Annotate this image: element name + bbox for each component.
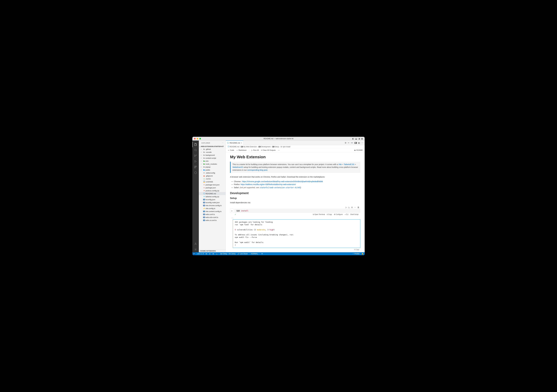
output-copy-button[interactable]: ⎘ Copy: [230, 248, 360, 251]
file-item[interactable]: ✦postcss.config.cjs: [199, 189, 226, 192]
file-item[interactable]: ⓘREADME.md: [199, 192, 226, 195]
link-vite[interactable]: Vite: [338, 163, 342, 165]
breadcrumb-h2[interactable]: M↓Development: [258, 146, 270, 148]
file-item[interactable]: TSwdio.ui.conf.ts: [199, 219, 226, 222]
link-firefox[interactable]: https://addons.mozilla.org/en-GB/firefox…: [241, 183, 296, 186]
sidebar-more-icon[interactable]: ⋯: [222, 142, 223, 144]
more-actions-icon[interactable]: ⋯: [361, 142, 363, 144]
layout-panel-icon[interactable]: ⬓: [355, 138, 357, 140]
tree-item-label: e2e: [205, 160, 208, 162]
tab-readme[interactable]: ⓘ README.md ×: [226, 140, 243, 145]
folder-item[interactable]: ›background: [199, 154, 226, 156]
add-code-button[interactable]: ＋Code: [228, 149, 234, 151]
file-icon: TS: [203, 217, 205, 218]
live-share-button[interactable]: 🔗 Live Share: [238, 253, 248, 255]
github-tab[interactable]: [192, 170, 199, 176]
file-item[interactable]: ◆.gitignore: [199, 174, 226, 177]
issue-link[interactable]: stateful/web-extension-starter-kit#1: [260, 187, 300, 188]
bug-icon[interactable]: ✂: [348, 142, 349, 144]
open-terminal-button[interactable]: ⧉ Open Terminal: [313, 213, 325, 215]
folder-item[interactable]: ›node_modules: [199, 163, 226, 165]
prettier-button[interactable]: ✓ Prettier: [352, 253, 360, 255]
file-item[interactable]: TSvite.chrome.config.ts: [199, 204, 226, 207]
link-blog[interactable]: corresponding blog post: [247, 169, 267, 171]
layout-sidebar-left-icon[interactable]: ◧: [352, 138, 354, 140]
sidebar-section-runme[interactable]: › RUNME NOTEBOOKS: [199, 249, 226, 252]
folder-item[interactable]: ›.github: [199, 148, 226, 151]
file-item[interactable]: ⚙.editorconfig: [199, 171, 226, 174]
output-ellipsis-icon[interactable]: ⋯: [230, 217, 360, 219]
file-item[interactable]: TSwdio.conf.ts: [199, 213, 226, 216]
source-control-tab[interactable]: [192, 153, 199, 159]
close-window-button[interactable]: [194, 138, 196, 139]
next-track-icon[interactable]: ⏭: [213, 253, 214, 255]
file-item[interactable]: npackage-lock.json: [199, 183, 226, 186]
link-icon[interactable]: 👓: [351, 142, 353, 144]
heading-h1: My Web Extension: [230, 155, 360, 159]
run-cell-button[interactable]: ▷: [230, 209, 234, 213]
minimize-window-button[interactable]: [197, 138, 198, 139]
play-pause-icon[interactable]: ⏯: [209, 253, 211, 255]
cell-language-label[interactable]: Shell Script: [350, 213, 359, 215]
delete-cell-icon[interactable]: 🗑: [357, 206, 359, 208]
remote-button[interactable]: ⮂: [192, 252, 196, 255]
file-item[interactable]: ⚡vite.config.ts: [199, 207, 226, 210]
problems-button[interactable]: ⊘ 0 ⚠ 0: [197, 253, 204, 255]
file-item[interactable]: TStsconfig.node.json: [199, 201, 226, 204]
file-item[interactable]: TSwdio.e2e.conf.ts: [199, 216, 226, 219]
markdown-mode-badge[interactable]: M↓: [354, 142, 357, 144]
link-tailwind[interactable]: TailwindCSS: [344, 163, 354, 165]
breadcrumb-h3[interactable]: M↓Setup: [272, 146, 279, 148]
notifications-icon[interactable]: 🔔: [361, 253, 364, 255]
file-item[interactable]: TStsconfig.json: [199, 198, 226, 201]
folder-item[interactable]: ›.vscode: [199, 151, 226, 154]
folder-item[interactable]: ›public: [199, 168, 226, 171]
prev-track-icon[interactable]: ⏮: [205, 253, 207, 255]
search-tab[interactable]: [192, 147, 199, 153]
folder-item[interactable]: ›content-script: [199, 156, 226, 160]
run-config-icon[interactable]: ⚙: [345, 142, 346, 144]
extensions-tab[interactable]: [192, 164, 199, 170]
cli-button[interactable]: ⌁ CLI: [344, 213, 349, 215]
cell-more-icon[interactable]: ⋯: [354, 206, 356, 208]
maximize-window-button[interactable]: [199, 138, 201, 139]
customize-layout-icon[interactable]: ▦: [361, 138, 363, 140]
run-all-button[interactable]: ▷Run All: [251, 149, 259, 151]
settings-tab[interactable]: [192, 247, 199, 252]
folder-item[interactable]: ›e2e: [199, 160, 226, 163]
run-cell-icon[interactable]: ▷: [345, 206, 347, 208]
close-tab-icon[interactable]: ×: [241, 142, 242, 144]
run-below-icon[interactable]: ▷̩: [348, 206, 350, 208]
configure-button[interactable]: ⚙ Configure: [334, 213, 343, 215]
split-editor-icon[interactable]: ◧: [358, 142, 360, 144]
file-item[interactable]: 🏅LICENSE: [199, 180, 226, 183]
run-debug-tab[interactable]: [192, 159, 199, 164]
code-input[interactable]: npm install: [234, 209, 360, 213]
breadcrumb-cmd[interactable]: 🗎npm install: [280, 146, 290, 148]
now-playing[interactable]: Jan Delay - Oh Jonny: [220, 253, 235, 255]
tree-item-label: tsconfig.json: [205, 199, 215, 201]
breadcrumb-h1[interactable]: M↓My Web Extension: [241, 146, 257, 148]
runme-kernel-button[interactable]: ♟RUNME: [354, 149, 363, 151]
volume-icon[interactable]: 🔈: [216, 253, 218, 255]
clear-outputs-button[interactable]: ≡Clear All Outputs: [261, 149, 276, 151]
file-item[interactable]: npackage.json: [199, 186, 226, 189]
tree-item-label: .vscode: [205, 151, 212, 153]
file-item[interactable]: ⬡.nvmrc: [199, 177, 226, 180]
link-chrome[interactable]: https://chrome.google.com/webstore/detai…: [242, 180, 323, 183]
copy-button[interactable]: ⎘ Copy: [327, 213, 332, 215]
layout-sidebar-right-icon[interactable]: ◨: [358, 138, 360, 140]
toolbar-more-icon[interactable]: ⋯: [278, 149, 279, 151]
add-markdown-button[interactable]: ＋Markdown: [236, 149, 246, 151]
link-wdio[interactable]: WebdriverIO: [232, 166, 243, 168]
folder-item[interactable]: ›popup: [199, 165, 226, 168]
project-header[interactable]: ⌄ WEB-EXTENSION-STARTER-KIT: [199, 145, 226, 148]
breadcrumb-file[interactable]: ⓘREADME.md: [228, 146, 239, 148]
inbox-icon[interactable]: ✉: [262, 253, 263, 255]
accounts-tab[interactable]: [192, 241, 199, 247]
explorer-tab[interactable]: [192, 142, 199, 147]
file-item[interactable]: ≋tailwind.config.cjs: [199, 195, 226, 198]
split-cell-icon[interactable]: ⊟: [351, 206, 353, 208]
cell-output[interactable]: 263 packages are looking for funding run…: [233, 220, 360, 248]
file-item[interactable]: TSvite.content.config.ts: [199, 210, 226, 213]
